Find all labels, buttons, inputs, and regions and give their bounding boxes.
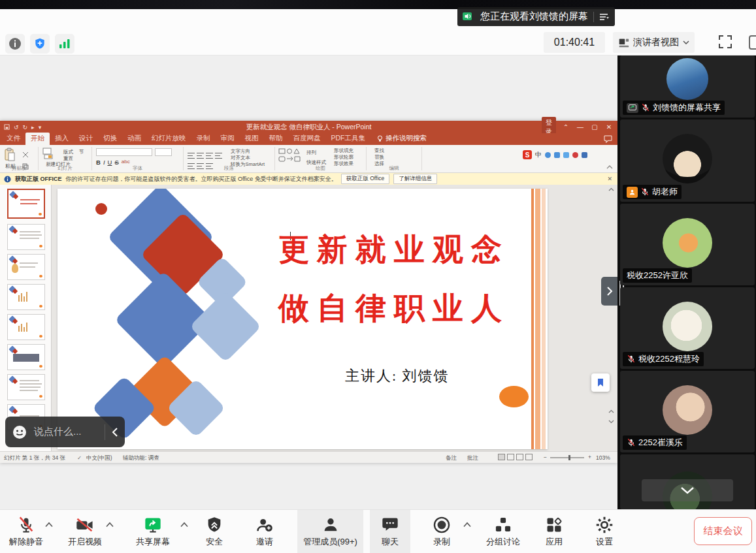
- tab-baidu-netdisk[interactable]: 百度网盘: [288, 133, 326, 145]
- tab-slideshow[interactable]: 幻灯片放映: [146, 133, 191, 145]
- slide-canvas[interactable]: 更新就业观念 做自律职业人 主讲人: 刘馈馈: [58, 189, 548, 449]
- participant-tile-4[interactable]: 税收2252程慧玲: [620, 287, 755, 369]
- view-buttons[interactable]: [498, 454, 534, 462]
- scroll-more-participants-button[interactable]: [642, 479, 733, 501]
- unmute-button[interactable]: 解除静音: [0, 514, 52, 550]
- ribbon-collapse-icon[interactable]: [606, 165, 613, 169]
- record-options-chevron[interactable]: [463, 522, 472, 528]
- participant-tile-6-partial[interactable]: [620, 454, 755, 509]
- comments-icon[interactable]: [604, 135, 612, 143]
- scroll-up-icon[interactable]: [608, 187, 614, 191]
- tab-transitions[interactable]: 切换: [98, 133, 122, 145]
- text-direction-button[interactable]: 文字方向: [231, 148, 250, 154]
- previous-slide-icon[interactable]: [608, 409, 614, 413]
- security-shield-button[interactable]: [30, 34, 50, 54]
- font-size-box[interactable]: [155, 148, 172, 156]
- sogou-input-toolbar[interactable]: S 中: [523, 150, 587, 159]
- start-video-button[interactable]: 开启视频: [59, 514, 111, 550]
- chat-button[interactable]: 聊天: [370, 514, 410, 550]
- tab-pdf-tools[interactable]: PDF工具集: [326, 133, 371, 145]
- comments-toggle[interactable]: 批注: [467, 454, 478, 462]
- video-options-chevron[interactable]: [105, 522, 114, 528]
- close-icon[interactable]: ✕: [602, 123, 616, 131]
- quick-chat-bubble[interactable]: 说点什么...: [5, 417, 125, 447]
- chevron-left-icon[interactable]: [112, 427, 118, 437]
- slide-thumbnail-2[interactable]: [7, 224, 45, 250]
- new-slide-icon[interactable]: [42, 148, 53, 159]
- security-button[interactable]: 安全: [188, 514, 240, 550]
- tab-help[interactable]: 帮助: [264, 133, 288, 145]
- fullscreen-icon[interactable]: [717, 34, 733, 50]
- zoom-out-icon[interactable]: −: [544, 454, 547, 460]
- spellcheck-icon[interactable]: ✓: [77, 454, 82, 461]
- reset-button[interactable]: 重置: [63, 155, 73, 161]
- shape-outline-button[interactable]: 形状轮廓: [334, 154, 353, 160]
- input-tool-icon-4[interactable]: [572, 152, 578, 158]
- tab-home[interactable]: 开始: [25, 133, 50, 145]
- tab-record[interactable]: 录制: [191, 133, 216, 145]
- input-tool-icon-3[interactable]: [563, 152, 569, 158]
- participant-tile-5[interactable]: 2252崔溪乐: [620, 371, 755, 452]
- notice-close-icon[interactable]: ✕: [607, 176, 612, 182]
- slide-thumbnail-1[interactable]: [7, 189, 45, 219]
- emoji-smiley-icon[interactable]: [12, 424, 27, 440]
- zoom-slider[interactable]: [550, 457, 584, 458]
- notes-toggle[interactable]: 备注: [446, 454, 457, 462]
- tab-review[interactable]: 审阅: [216, 133, 240, 145]
- network-status-button[interactable]: [55, 34, 74, 54]
- quick-styles-button[interactable]: 快速样式: [306, 159, 326, 165]
- participant-tile-host[interactable]: 胡老师: [620, 119, 755, 202]
- annotation-bookmark-button[interactable]: [591, 373, 610, 392]
- language-indicator[interactable]: 中文(中国): [86, 454, 112, 462]
- layout-button[interactable]: 版式: [63, 149, 73, 155]
- maximize-icon[interactable]: ▢: [587, 123, 602, 131]
- tab-animations[interactable]: 动画: [122, 133, 146, 145]
- accessibility-status[interactable]: 辅助功能: 调查: [123, 454, 159, 462]
- section-button[interactable]: 节: [79, 149, 84, 155]
- share-screen-button[interactable]: 共享屏幕: [127, 514, 179, 550]
- zoom-level[interactable]: 103%: [596, 454, 610, 461]
- learn-more-button[interactable]: 了解详细信息: [393, 174, 437, 184]
- chat-input-placeholder[interactable]: 说点什么...: [34, 426, 98, 438]
- banner-menu-icon[interactable]: [599, 12, 610, 22]
- input-tool-icon-1[interactable]: [545, 152, 551, 158]
- participant-tile-3[interactable]: 税收2252许亚欣: [620, 204, 755, 285]
- partial-window-icon[interactable]: [749, 35, 756, 50]
- input-tool-icon-5[interactable]: [582, 152, 587, 158]
- breakout-rooms-button[interactable]: 分组讨论: [477, 514, 529, 550]
- arrange-button[interactable]: 排列: [306, 150, 316, 155]
- slide-thumbnail-5[interactable]: [7, 314, 45, 340]
- manage-members-button[interactable]: 管理成员(99+): [297, 514, 363, 550]
- input-tool-icon-2[interactable]: [554, 152, 560, 158]
- settings-button[interactable]: 设置: [578, 514, 631, 550]
- apps-button[interactable]: 应用: [528, 514, 580, 550]
- slide-thumbnail-7[interactable]: [7, 374, 45, 400]
- find-button[interactable]: 查找: [374, 148, 384, 153]
- tab-view[interactable]: 视图: [240, 133, 264, 145]
- zoom-in-icon[interactable]: +: [588, 454, 591, 460]
- get-genuine-office-button[interactable]: 获取正版 Office: [341, 174, 389, 184]
- slide-thumbnail-4[interactable]: [7, 284, 45, 310]
- next-slide-icon[interactable]: [608, 420, 614, 424]
- paste-icon[interactable]: [4, 148, 16, 162]
- end-meeting-button[interactable]: 结束会议: [694, 517, 752, 545]
- mic-options-chevron[interactable]: [44, 522, 54, 528]
- slide-thumbnail-6[interactable]: [7, 344, 45, 370]
- participant-tile-sharing[interactable]: 刘馈馈的屏幕共享: [620, 55, 755, 118]
- align-text-button[interactable]: 对齐文本: [231, 155, 250, 161]
- view-layout-switcher[interactable]: 演讲者视图: [613, 32, 695, 53]
- share-options-chevron[interactable]: [180, 522, 189, 528]
- tab-insert[interactable]: 插入: [50, 133, 74, 145]
- replace-button[interactable]: 替换: [374, 154, 384, 160]
- shapes-gallery-icon[interactable]: [278, 148, 303, 164]
- slide-thumbnail-3[interactable]: [7, 254, 45, 280]
- tab-file[interactable]: 文件: [1, 133, 25, 145]
- invite-button[interactable]: 邀请: [238, 514, 291, 550]
- tell-me-search[interactable]: 操作说明搜索: [377, 134, 427, 145]
- tab-design[interactable]: 设计: [74, 133, 98, 145]
- slide-thumbnail-panel[interactable]: [0, 185, 52, 451]
- ribbon-options-icon[interactable]: ⌃: [559, 123, 573, 131]
- minimize-icon[interactable]: —: [573, 123, 587, 131]
- sidebar-collapse-tab[interactable]: [601, 277, 617, 306]
- shape-fill-button[interactable]: 形状填充: [334, 148, 353, 153]
